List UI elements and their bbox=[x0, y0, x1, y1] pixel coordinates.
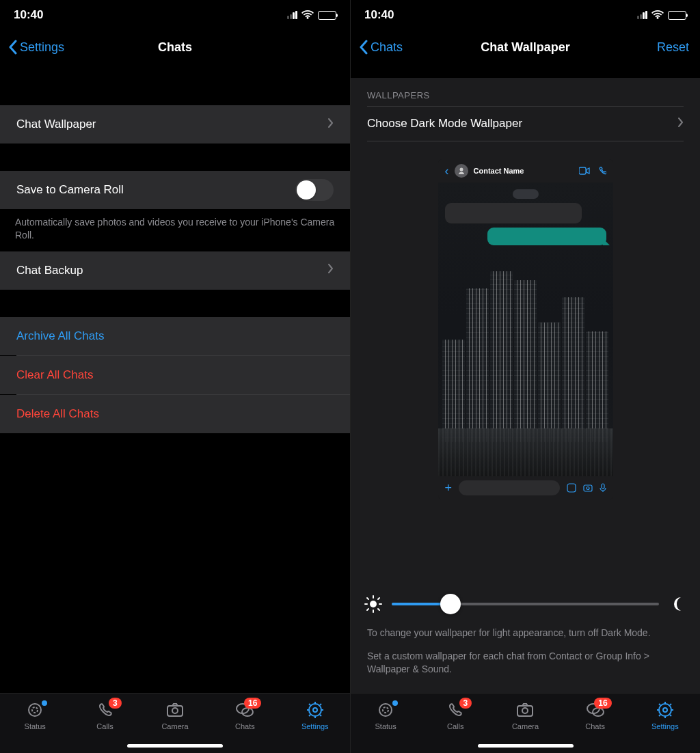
svg-line-13 bbox=[320, 715, 321, 716]
badge-calls: 3 bbox=[109, 698, 122, 709]
tab-camera[interactable]: Camera bbox=[498, 700, 552, 730]
back-button[interactable]: Chats bbox=[359, 40, 403, 55]
wallpaper-description: To change your wallpaper for light appea… bbox=[351, 620, 700, 693]
city-background bbox=[438, 271, 613, 442]
save-camera-roll-row[interactable]: Save to Camera Roll bbox=[0, 171, 350, 209]
preview-outgoing-bubble bbox=[487, 228, 606, 245]
tab-label: Calls bbox=[447, 722, 463, 730]
camera-icon bbox=[515, 700, 535, 720]
reset-button[interactable]: Reset bbox=[657, 40, 689, 55]
camera-icon bbox=[165, 700, 185, 720]
tab-label: Chats bbox=[235, 722, 255, 730]
signal-icon bbox=[287, 11, 297, 19]
wifi-icon bbox=[651, 10, 664, 20]
tab-status[interactable]: Status bbox=[8, 700, 62, 730]
tab-chats[interactable]: 16 Chats bbox=[217, 700, 272, 730]
avatar-icon bbox=[455, 164, 468, 178]
svg-line-45 bbox=[659, 715, 660, 716]
video-icon bbox=[579, 167, 590, 175]
back-label: Settings bbox=[20, 40, 64, 55]
chat-wallpaper-screen: 10:40 Chats Chat Wallpaper Reset WALLPAP… bbox=[350, 0, 700, 753]
status-bar: 10:40 bbox=[0, 0, 350, 30]
svg-line-12 bbox=[309, 704, 310, 705]
nav-bar: Settings Chats bbox=[0, 30, 350, 64]
phone-icon bbox=[598, 167, 606, 175]
battery-icon bbox=[318, 11, 336, 20]
nav-bar: Chats Chat Wallpaper Reset bbox=[351, 30, 700, 64]
tab-calls[interactable]: 3 Calls bbox=[428, 700, 483, 730]
badge-chats: 16 bbox=[594, 698, 611, 709]
slider-knob[interactable] bbox=[440, 594, 461, 614]
archive-all-chats-button[interactable]: Archive All Chats bbox=[0, 317, 350, 355]
chevron-left-icon bbox=[8, 40, 17, 55]
save-camera-desc: Automatically save photos and videos you… bbox=[0, 209, 350, 251]
tab-camera[interactable]: Camera bbox=[148, 700, 202, 730]
back-label: Chats bbox=[371, 40, 403, 55]
clear-all-chats-button[interactable]: Clear All Chats bbox=[0, 356, 350, 394]
status-dot-icon bbox=[42, 700, 47, 706]
tab-label: Status bbox=[25, 722, 46, 730]
row-label: Chat Backup bbox=[16, 264, 83, 277]
status-time: 10:40 bbox=[14, 8, 43, 22]
chats-settings-screen: 10:40 Settings Chats Chat Wallpaper Save… bbox=[0, 0, 350, 753]
tab-label: Status bbox=[375, 722, 396, 730]
signal-icon bbox=[637, 11, 647, 19]
battery-icon bbox=[668, 11, 686, 20]
svg-point-7 bbox=[313, 708, 317, 712]
svg-point-31 bbox=[379, 704, 392, 716]
tab-calls[interactable]: 3 Calls bbox=[78, 700, 133, 730]
preview-text-input bbox=[459, 480, 559, 495]
tab-label: Camera bbox=[161, 722, 188, 730]
chevron-right-icon bbox=[327, 263, 334, 277]
chevron-right-icon bbox=[677, 117, 684, 131]
toggle-switch[interactable] bbox=[295, 179, 334, 201]
chat-wallpaper-row[interactable]: Chat Wallpaper bbox=[0, 105, 350, 143]
svg-line-28 bbox=[378, 609, 379, 610]
tab-label: Camera bbox=[512, 722, 539, 730]
mic-icon bbox=[600, 483, 606, 493]
svg-line-44 bbox=[670, 715, 671, 716]
sticker-icon bbox=[567, 483, 576, 493]
chat-preview: ‹ Contact Name bbox=[438, 159, 613, 499]
settings-list: Chat Wallpaper Save to Camera Roll Autom… bbox=[0, 64, 350, 693]
chevron-right-icon bbox=[327, 118, 334, 132]
chat-backup-row[interactable]: Chat Backup bbox=[0, 251, 350, 290]
svg-point-37 bbox=[659, 704, 671, 716]
tab-settings[interactable]: Settings bbox=[638, 700, 692, 730]
svg-point-22 bbox=[370, 601, 377, 607]
tab-label: Chats bbox=[585, 722, 605, 730]
delete-all-chats-button[interactable]: Delete All Chats bbox=[0, 395, 350, 433]
page-title: Chats bbox=[158, 40, 192, 55]
desc-line-2: Set a custom wallpaper for each chat fro… bbox=[367, 650, 684, 676]
status-bar: 10:40 bbox=[351, 0, 700, 30]
preview-incoming-bubble bbox=[445, 203, 582, 223]
desc-line-1: To change your wallpaper for light appea… bbox=[367, 627, 684, 640]
tab-status[interactable]: Status bbox=[358, 700, 413, 730]
svg-rect-17 bbox=[579, 167, 586, 174]
section-header-wallpapers: WALLPAPERS bbox=[351, 78, 700, 106]
status-dot-icon bbox=[392, 700, 398, 706]
back-button[interactable]: Settings bbox=[8, 40, 64, 55]
row-label: Save to Camera Roll bbox=[16, 183, 124, 197]
page-title: Chat Wallpaper bbox=[481, 40, 569, 55]
wallpaper-content: WALLPAPERS Choose Dark Mode Wallpaper ‹ … bbox=[351, 64, 700, 693]
svg-line-15 bbox=[320, 704, 321, 705]
status-icons bbox=[287, 10, 336, 20]
svg-line-30 bbox=[378, 598, 379, 599]
row-label: Choose Dark Mode Wallpaper bbox=[367, 117, 522, 131]
svg-rect-18 bbox=[567, 484, 576, 492]
choose-wallpaper-row[interactable]: Choose Dark Mode Wallpaper bbox=[351, 107, 700, 141]
row-label: Clear All Chats bbox=[16, 368, 93, 382]
badge-calls: 3 bbox=[459, 698, 472, 709]
svg-line-27 bbox=[367, 598, 368, 599]
preview-header: ‹ Contact Name bbox=[438, 159, 613, 182]
svg-point-32 bbox=[383, 707, 388, 713]
moon-icon bbox=[669, 595, 686, 613]
svg-point-34 bbox=[522, 708, 528, 713]
tab-settings[interactable]: Settings bbox=[288, 700, 342, 730]
brightness-slider[interactable] bbox=[392, 603, 659, 605]
row-label: Delete All Chats bbox=[16, 407, 99, 421]
brightness-slider-row bbox=[351, 584, 700, 620]
svg-point-0 bbox=[29, 704, 41, 716]
tab-chats[interactable]: 16 Chats bbox=[568, 700, 623, 730]
